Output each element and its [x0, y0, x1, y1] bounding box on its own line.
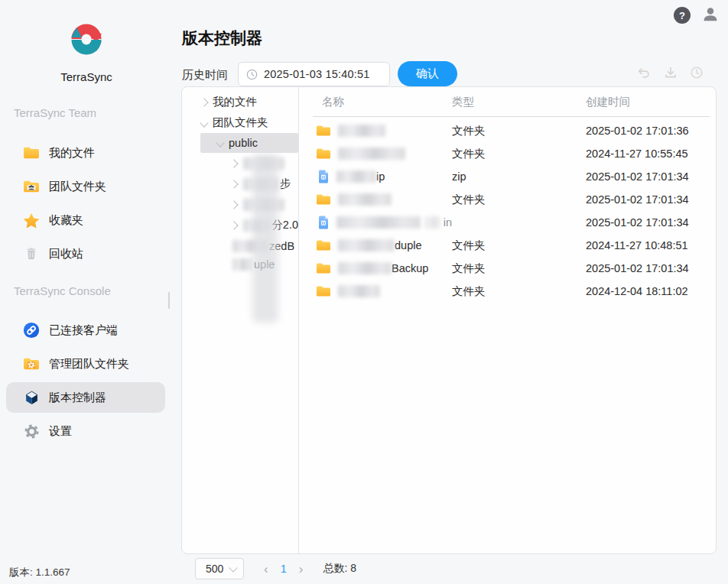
column-header-type[interactable]: 类型	[452, 95, 586, 109]
tree-item-redacted[interactable]: 分2.0	[182, 215, 298, 235]
folder-icon	[316, 147, 331, 161]
sidebar-item-label: 版本控制器	[49, 391, 106, 405]
column-header-name[interactable]: 名称	[322, 95, 452, 109]
table-row[interactable]: ip zip 2025-01-02 17:01:34	[299, 165, 716, 188]
gear-icon	[23, 423, 40, 440]
table-row[interactable]: in 2025-01-02 17:01:34	[299, 211, 716, 234]
tree-item-redacted[interactable]	[182, 194, 298, 215]
chevron-down-icon[interactable]	[200, 118, 208, 127]
section-terrasync-console: TerraSync Console	[14, 284, 111, 297]
folder-gear-icon	[23, 355, 40, 372]
app-version: 版本: 1.1.667	[9, 566, 70, 579]
sidebar-item-my-files[interactable]: 我的文件	[6, 138, 165, 168]
folder-icon	[316, 193, 331, 206]
team-folder-icon	[23, 178, 40, 195]
tree-item-redacted[interactable]: 步	[182, 174, 298, 194]
question-mark-icon: ?	[679, 10, 685, 21]
sidebar-item-label: 收藏夹	[49, 213, 83, 228]
table-row[interactable]: Backup 文件夹 2025-01-02 17:01:34	[299, 257, 716, 280]
sidebar-item-team-folders[interactable]: 团队文件夹	[6, 171, 165, 202]
help-button[interactable]: ?	[674, 7, 691, 24]
table-row[interactable]: 文件夹 2025-01-02 17:01:34	[299, 188, 716, 211]
star-icon	[23, 212, 40, 229]
sidebar-resize-handle[interactable]	[168, 292, 170, 309]
tree-item-redacted[interactable]: uple	[182, 256, 298, 273]
table-header: 名称 类型 创建时间	[299, 87, 716, 116]
chevron-down-icon[interactable]	[216, 138, 224, 147]
sidebar-item-settings[interactable]: 设置	[6, 416, 165, 446]
sidebar-item-favorites[interactable]: 收藏夹	[6, 205, 165, 235]
total-count: 总数: 8	[323, 562, 356, 576]
sidebar-item-manage-team-folders[interactable]: 管理团队文件夹	[6, 349, 165, 379]
zip-file-icon	[317, 170, 330, 183]
sidebar-item-label: 已连接客户端	[49, 323, 118, 338]
folder-icon	[316, 238, 331, 252]
folder-icon	[23, 144, 40, 161]
section-terrasync-team: TerraSync Team	[14, 106, 96, 119]
history-time-label: 历史时间	[182, 68, 228, 83]
folder-icon	[316, 284, 331, 298]
column-header-created[interactable]: 创建时间	[586, 95, 630, 109]
header-divider	[313, 116, 710, 117]
next-page-button[interactable]: ›	[299, 563, 304, 576]
trash-icon	[23, 245, 40, 262]
sidebar-item-label: 团队文件夹	[49, 180, 106, 194]
cube-icon	[23, 389, 40, 406]
datetime-value: 2025-01-03 15:40:51	[264, 68, 369, 80]
table-row[interactable]: 文件夹 2025-01-02 17:01:36	[299, 119, 716, 142]
chevron-right-icon[interactable]	[229, 200, 238, 209]
chevron-down-icon	[229, 563, 237, 572]
sidebar-item-label: 管理团队文件夹	[49, 357, 129, 371]
sidebar-item-label: 回收站	[49, 247, 83, 261]
chevron-right-icon[interactable]	[229, 180, 238, 188]
undo-icon[interactable]	[635, 65, 651, 80]
person-icon	[701, 5, 720, 24]
prev-page-button[interactable]: ‹	[264, 563, 268, 576]
app-logo: TerraSync	[0, 14, 173, 83]
table-row[interactable]: 文件夹 2024-11-27 10:55:45	[299, 142, 716, 165]
user-avatar-button[interactable]	[701, 5, 720, 24]
sidebar-item-connected-clients[interactable]: 已连接客户端	[6, 315, 165, 346]
content-panel: 我的文件 团队文件夹 public 步 分2.0	[181, 86, 717, 554]
tree-item-redacted[interactable]: zedB	[182, 235, 298, 256]
tree-item-label: 步	[280, 177, 291, 191]
page-title: 版本控制器	[182, 28, 262, 49]
tree-item-my-files[interactable]: 我的文件	[182, 92, 298, 112]
pagination: 500 ‹ 1 › 总数: 8	[195, 558, 356, 579]
datetime-input[interactable]: 2025-01-03 15:40:51	[238, 62, 390, 86]
redaction-blob	[252, 154, 278, 323]
tree-item-public[interactable]: public	[200, 133, 298, 153]
tree-item-label: 团队文件夹	[213, 115, 268, 130]
page-size-value: 500	[206, 563, 223, 575]
table-row[interactable]: duple 文件夹 2024-11-27 10:48:51	[299, 234, 716, 257]
folder-icon	[316, 124, 331, 138]
folder-tree: 我的文件 团队文件夹 public 步 分2.0	[182, 87, 299, 553]
sync-logo-icon	[67, 14, 106, 64]
sidebar-item-label: 我的文件	[49, 146, 95, 161]
link-icon	[23, 322, 40, 339]
table-row[interactable]: 文件夹 2024-12-04 18:11:02	[299, 280, 716, 303]
brand-name: TerraSync	[0, 70, 173, 83]
confirm-button[interactable]: 确认	[398, 61, 457, 86]
clock-icon	[246, 69, 258, 80]
tree-item-label: public	[229, 137, 258, 149]
sidebar: TerraSync TerraSync Team 我的文件 团队文件夹 收藏夹 …	[0, 0, 173, 584]
file-table: 名称 类型 创建时间 文件夹 2025-01-02 17:01:36 文件夹 2…	[299, 87, 716, 553]
tree-item-team-folders[interactable]: 团队文件夹	[182, 112, 298, 133]
sidebar-item-label: 设置	[49, 424, 72, 439]
page-size-select[interactable]: 500	[195, 558, 244, 579]
chevron-right-icon[interactable]	[200, 98, 208, 106]
zip-file-icon	[317, 216, 330, 229]
current-page[interactable]: 1	[281, 563, 287, 575]
download-icon[interactable]	[663, 65, 678, 80]
chevron-right-icon[interactable]	[229, 159, 238, 167]
chevron-right-icon[interactable]	[229, 221, 238, 229]
sidebar-item-version-controller[interactable]: 版本控制器	[6, 382, 165, 413]
folder-icon	[316, 261, 331, 275]
sidebar-item-recycle-bin[interactable]: 回收站	[6, 238, 165, 269]
tree-item-label: 我的文件	[213, 95, 257, 109]
tree-item-redacted[interactable]	[182, 153, 298, 174]
history-icon[interactable]	[689, 65, 704, 80]
